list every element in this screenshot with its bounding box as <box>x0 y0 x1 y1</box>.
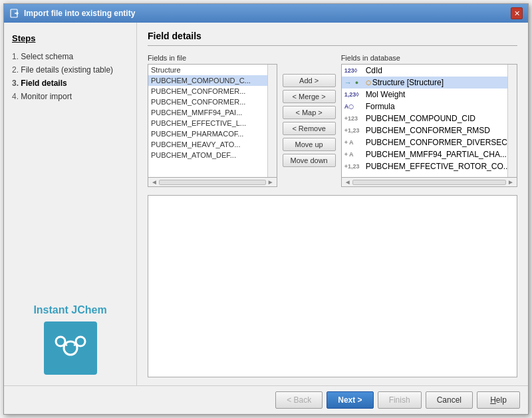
db-field-name: Mol Weight <box>366 90 406 99</box>
move-up-button[interactable]: Move up <box>283 138 336 151</box>
file-fields-list[interactable]: Structure PUBCHEM_COMPOUND_C... PUBCHEM_… <box>148 64 277 178</box>
dialog-footer: < Back Next > Finish Cancel Help <box>4 385 528 414</box>
db-field-row[interactable]: + A PUBCHEM_MMFF94_PARTIAL_CHA... <box>342 148 517 160</box>
fields-area: Fields in file Structure PUBCHEM_COMPOUN… <box>148 54 517 187</box>
db-field-name: PUBCHEM_CONFORMER_RMSD <box>366 126 490 135</box>
dot2-icon: ◌ <box>366 79 371 86</box>
molecule-icon <box>54 331 87 365</box>
arrow-icon: → <box>344 79 354 87</box>
vertical-scrollbar[interactable] <box>267 65 277 177</box>
db-field-name: PUBCHEM_COMPOUND_CID <box>366 114 475 123</box>
scroll-track-db[interactable] <box>352 180 507 185</box>
list-item[interactable]: Structure <box>148 65 277 75</box>
back-button[interactable]: < Back <box>275 391 323 409</box>
type-badge: + A <box>344 151 364 158</box>
scroll-right-arrow[interactable]: ► <box>266 178 275 186</box>
db-field-row[interactable]: +1,23 PUBCHEM_EFFECTIVE_ROTOR_CO... <box>342 160 517 172</box>
title-bar: Import file into existing entity ✕ <box>4 4 528 23</box>
db-field-name: Structure [Structure] <box>372 78 444 87</box>
step-2: 2. File details (existing table) <box>12 63 128 77</box>
vertical-scrollbar-db[interactable] <box>507 65 517 177</box>
dialog-window: Import file into existing entity ✕ Steps… <box>3 3 529 415</box>
scroll-right-arrow-db[interactable]: ► <box>506 178 515 186</box>
list-item[interactable]: PUBCHEM_ATOM_DEF... <box>148 150 277 160</box>
file-fields-label: Fields in file <box>148 54 277 62</box>
svg-point-2 <box>64 341 77 355</box>
action-buttons: Add > < Merge > < Map > < Remove Move up… <box>283 54 336 187</box>
db-field-name: Formula <box>366 102 395 111</box>
db-fields-panel: Fields in database 123◊ CdId → ● <box>341 54 517 187</box>
type-badge: 123◊ <box>344 67 364 74</box>
db-field-row[interactable]: 1,23◊ Mol Weight <box>342 89 517 101</box>
finish-button[interactable]: Finish <box>378 391 422 409</box>
list-item[interactable]: PUBCHEM_EFFECTIVE_L... <box>148 118 277 128</box>
db-fields-list[interactable]: 123◊ CdId → ● ◌ Structure [Structure] <box>341 64 517 178</box>
brand-logo <box>44 321 97 375</box>
steps-list: 1. Select schema 2. File details (existi… <box>12 50 128 103</box>
db-field-row[interactable]: → ● ◌ Structure [Structure] <box>342 77 517 89</box>
list-item[interactable]: PUBCHEM_HEAVY_ATO... <box>148 139 277 150</box>
horizontal-scrollbar-db[interactable]: ◄ ► <box>341 178 517 187</box>
db-field-name: PUBCHEM_EFFECTIVE_ROTOR_CO... <box>366 162 510 171</box>
db-field-row[interactable]: 123◊ CdId <box>342 65 517 77</box>
type-badge: A◌ <box>344 103 364 110</box>
step-1: 1. Select schema <box>12 50 128 63</box>
svg-point-3 <box>56 337 65 346</box>
svg-point-4 <box>76 337 85 346</box>
db-field-row[interactable]: A◌ Formula <box>342 101 517 112</box>
file-fields-panel: Fields in file Structure PUBCHEM_COMPOUN… <box>148 54 277 187</box>
step-3: 3. Field details <box>12 77 128 90</box>
sidebar: Steps 1. Select schema 2. File details (… <box>4 23 137 385</box>
steps-heading: Steps <box>12 33 128 43</box>
db-field-name: CdId <box>366 66 382 75</box>
scroll-left-arrow[interactable]: ◄ <box>150 178 159 186</box>
dialog-body: Steps 1. Select schema 2. File details (… <box>4 23 528 385</box>
add-button[interactable]: Add > <box>283 74 336 87</box>
merge-button[interactable]: < Merge > <box>283 90 336 103</box>
next-button[interactable]: Next > <box>327 391 373 409</box>
step-4: 4. Monitor import <box>12 90 128 103</box>
cancel-button[interactable]: Cancel <box>426 391 473 409</box>
type-badge: +1,23 <box>344 127 364 134</box>
dialog-title: Import file into existing entity <box>24 9 135 18</box>
map-button[interactable]: < Map > <box>283 106 336 119</box>
list-item[interactable]: PUBCHEM_PHARMACOF... <box>148 128 277 139</box>
help-h: H <box>490 395 496 405</box>
brand-section: Instant JChem <box>12 304 128 375</box>
db-field-name: PUBCHEM_CONFORMER_DIVERSEC... <box>366 138 514 147</box>
dialog-icon <box>9 8 20 19</box>
help-button[interactable]: Help <box>477 391 520 409</box>
db-fields-label: Fields in database <box>341 54 517 62</box>
db-field-name: PUBCHEM_MMFF94_PARTIAL_CHA... <box>366 150 507 159</box>
type-badge: +123 <box>344 115 364 122</box>
remove-button[interactable]: < Remove <box>283 122 336 135</box>
main-content: Field details Fields in file Structure P… <box>137 23 528 385</box>
list-item[interactable]: PUBCHEM_MMFF94_PAI... <box>148 107 277 118</box>
title-bar-left: Import file into existing entity <box>9 8 135 19</box>
preview-area <box>148 195 517 377</box>
db-field-row[interactable]: +123 PUBCHEM_COMPOUND_CID <box>342 112 517 124</box>
move-down-button[interactable]: Move down <box>283 154 336 167</box>
section-title: Field details <box>148 31 517 46</box>
list-item[interactable]: PUBCHEM_CONFORMER... <box>148 97 277 107</box>
type-badge: + A <box>344 139 364 146</box>
db-field-row[interactable]: + A PUBCHEM_CONFORMER_DIVERSEC... <box>342 136 517 148</box>
type-badge: +1,23 <box>344 163 364 170</box>
horizontal-scrollbar-file[interactable]: ◄ ► <box>148 178 277 187</box>
steps-section: Steps 1. Select schema 2. File details (… <box>12 33 128 103</box>
scroll-left-arrow-db[interactable]: ◄ <box>343 178 352 186</box>
brand-name: Instant JChem <box>12 304 128 316</box>
list-item[interactable]: PUBCHEM_COMPOUND_C... <box>148 75 277 86</box>
list-item[interactable]: PUBCHEM_CONFORMER... <box>148 86 277 97</box>
db-field-row[interactable]: +1,23 PUBCHEM_CONFORMER_RMSD <box>342 124 517 136</box>
close-button[interactable]: ✕ <box>511 7 523 19</box>
dot-icon: ● <box>355 79 364 86</box>
type-badge: 1,23◊ <box>344 91 364 98</box>
scroll-track[interactable] <box>159 180 266 185</box>
